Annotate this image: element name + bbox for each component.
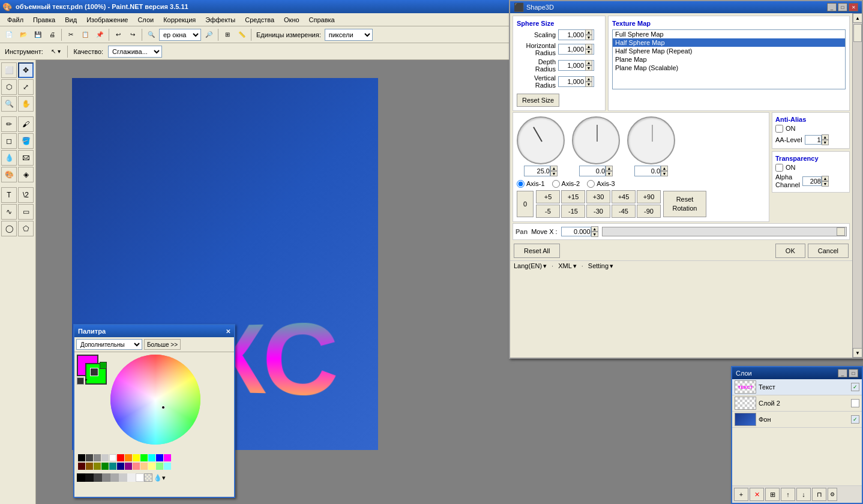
dial-3-down-arrow[interactable]: ▼: [661, 171, 668, 176]
color-swatch-green[interactable]: [140, 454, 148, 461]
v-radius-input[interactable]: ▲▼: [558, 76, 594, 87]
color-swatch-magenta[interactable]: [164, 454, 171, 461]
rot-plus30[interactable]: +30: [586, 190, 610, 203]
bottom-swatch-4[interactable]: [102, 473, 110, 482]
rot-plus5[interactable]: +5: [536, 190, 560, 203]
scaling-input[interactable]: ▲▼: [558, 29, 594, 40]
shape3d-maximize-button[interactable]: □: [838, 3, 847, 11]
aa-level-input[interactable]: [805, 135, 822, 145]
tool-ellipse[interactable]: ◯: [1, 221, 17, 236]
layers-minimize-button[interactable]: _: [838, 369, 847, 377]
color-wheel-container[interactable]: [110, 355, 206, 451]
dial-3-up-arrow[interactable]: ▲: [661, 166, 668, 171]
paste-button[interactable]: 📌: [93, 28, 106, 41]
h-radius-input[interactable]: ▲▼: [558, 44, 594, 55]
tool-move-selection[interactable]: ⤢: [18, 79, 34, 95]
shape3d-minimize-button[interactable]: _: [827, 3, 837, 11]
color-swatch-teal[interactable]: [109, 463, 116, 470]
bottom-swatch-7[interactable]: [127, 473, 136, 482]
color-swatch-red[interactable]: [117, 454, 124, 461]
shape3d-close-button[interactable]: ✕: [849, 3, 858, 11]
quality-combo[interactable]: Сглажива...: [108, 46, 162, 58]
scroll-track[interactable]: [853, 23, 862, 348]
tool-shape-rect[interactable]: ▭: [18, 204, 34, 220]
color-swatch-pink[interactable]: [133, 463, 140, 470]
axis-1-radio[interactable]: [517, 180, 525, 188]
dial-1[interactable]: [517, 116, 565, 164]
alpha-down[interactable]: ▼: [822, 181, 829, 187]
drad-down-arrow[interactable]: ▼: [585, 65, 592, 71]
scaling-down-arrow[interactable]: ▼: [585, 35, 592, 40]
aa-level-spin[interactable]: ▲ ▼: [805, 134, 829, 145]
scaling-value-input[interactable]: [559, 30, 585, 40]
tool-pencil[interactable]: ✏: [1, 116, 17, 132]
scroll-thumb[interactable]: [853, 24, 862, 42]
texture-item-3[interactable]: Plane Map: [613, 55, 845, 64]
layer-check-2[interactable]: [851, 399, 859, 407]
rot-plus90[interactable]: +90: [637, 190, 661, 203]
h-radius-value-input[interactable]: [559, 44, 585, 54]
color-swatch-cyan[interactable]: [148, 454, 155, 461]
tool-clone[interactable]: 🖂: [18, 150, 34, 166]
dial-2[interactable]: [572, 116, 620, 164]
texture-item-0[interactable]: Full Sphere Map: [613, 30, 845, 38]
layer-add-button[interactable]: +: [734, 488, 748, 501]
layer-item-2[interactable]: Слой 2: [732, 395, 862, 412]
color-swatch-lightcyan[interactable]: [164, 463, 171, 470]
rot-minus30[interactable]: -30: [586, 205, 610, 218]
texture-item-1[interactable]: Half Sphere Map: [613, 38, 845, 47]
tool-curve[interactable]: ∿: [1, 204, 17, 220]
drad-up-arrow[interactable]: ▲: [585, 60, 592, 65]
cut-button[interactable]: ✂: [64, 28, 77, 41]
dial-1-down-arrow[interactable]: ▼: [550, 171, 558, 176]
copy-button[interactable]: 📋: [79, 28, 92, 41]
hrad-up-arrow[interactable]: ▲: [585, 44, 592, 49]
tool-pan[interactable]: ✋: [18, 96, 34, 112]
print-button[interactable]: 🖨: [46, 28, 59, 41]
menu-view[interactable]: Вид: [60, 15, 82, 25]
alpha-channel-input[interactable]: [802, 176, 822, 186]
layer-delete-button[interactable]: ✕: [750, 488, 764, 501]
redo-button[interactable]: ↪: [126, 28, 139, 41]
bottom-swatch-6[interactable]: [119, 473, 127, 482]
move-x-down[interactable]: ▼: [591, 232, 598, 237]
scaling-up-arrow[interactable]: ▲: [585, 29, 592, 35]
tool-recolor[interactable]: 🎨: [1, 167, 17, 182]
move-x-up[interactable]: ▲: [591, 226, 598, 232]
rot-minus90[interactable]: -90: [637, 205, 661, 218]
new-button[interactable]: 📄: [2, 28, 16, 41]
layer-copy-button[interactable]: ⊞: [765, 488, 780, 501]
bottom-swatch-5[interactable]: [110, 473, 119, 482]
color-swatch-lightgreen[interactable]: [156, 463, 163, 470]
black-swatch[interactable]: [77, 377, 84, 385]
tool-fill[interactable]: 🪣: [18, 133, 34, 149]
color-swatch-brown[interactable]: [86, 463, 93, 470]
color-wheel[interactable]: [110, 355, 200, 445]
color-swatch-lightgray[interactable]: [101, 454, 109, 461]
units-combo[interactable]: пиксели: [325, 29, 373, 41]
pan-slider-thumb[interactable]: [837, 227, 845, 236]
depth-radius-value-input[interactable]: [559, 61, 585, 70]
depth-radius-input[interactable]: ▲▼: [558, 60, 594, 71]
dial-1-value-input[interactable]: [524, 166, 550, 176]
dial-1-up-arrow[interactable]: ▲: [550, 166, 558, 171]
color-swatch-lightyellow[interactable]: [148, 463, 155, 470]
dial-2-down-arrow[interactable]: ▼: [606, 171, 613, 176]
move-x-spin[interactable]: ▲ ▼: [561, 226, 598, 237]
aa-level-up[interactable]: ▲: [822, 134, 829, 140]
color-swatch-peach[interactable]: [140, 463, 148, 470]
xml-button[interactable]: XML ▾: [558, 262, 577, 270]
tool-lasso[interactable]: ⬡: [1, 79, 17, 95]
alpha-spin[interactable]: ▲ ▼: [802, 176, 829, 187]
tool-stamp[interactable]: ◈: [18, 167, 34, 182]
color-swatch-darkgreen[interactable]: [101, 463, 109, 470]
pan-slider[interactable]: [602, 227, 847, 236]
layers-maximize-button[interactable]: □: [849, 369, 858, 377]
scroll-up-button[interactable]: ▲: [853, 13, 862, 23]
extra-color-swatch[interactable]: [100, 362, 107, 369]
layer-up-button[interactable]: ↑: [781, 488, 795, 501]
bottom-swatch-transparent[interactable]: [144, 473, 152, 482]
dial-2-value-input[interactable]: [579, 166, 606, 176]
bottom-swatch-2[interactable]: [85, 473, 94, 482]
palette-close-button[interactable]: ✕: [226, 328, 230, 335]
